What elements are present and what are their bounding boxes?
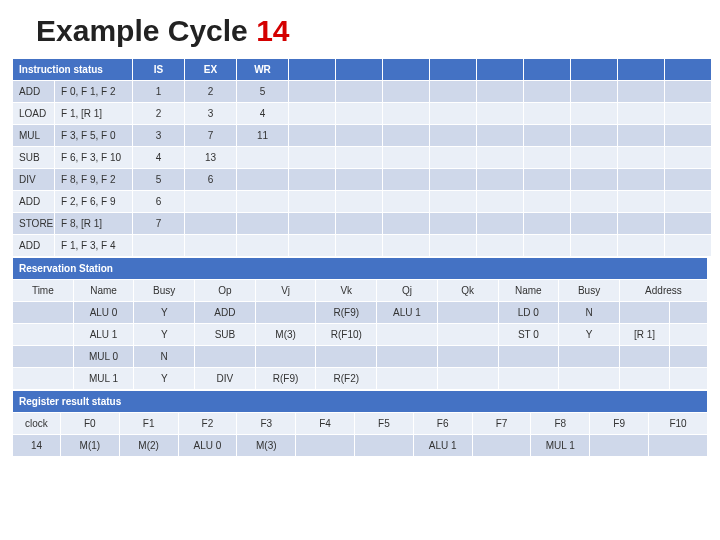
reservation-station-table: Reservation Station Time Name Busy Op Vj…	[12, 257, 708, 390]
table-header-row: Instruction status IS EX WR	[13, 59, 712, 81]
table-row: ADD F 1, F 3, F 4	[13, 235, 712, 257]
table-row: 14 M(1) M(2) ALU 0 M(3) ALU 1 MUL 1	[13, 435, 708, 457]
table-row: MUL F 3, F 5, F 0 3 7 11	[13, 125, 712, 147]
col-header: WR	[237, 59, 289, 81]
table-row: LOAD F 1, [R 1] 2 3 4	[13, 103, 712, 125]
title-number: 14	[256, 14, 289, 47]
table-row: ADD F 0, F 1, F 2 1 2 5	[13, 81, 712, 103]
table-row: ALU 0YADDR(F9)ALU 1LD 0N	[13, 302, 708, 324]
table-row: ALU 1YSUBM(3)R(F10)ST 0Y[R 1]	[13, 324, 708, 346]
col-header: IS	[133, 59, 185, 81]
table-row: MUL 1YDIVR(F9)R(F2)	[13, 368, 708, 390]
page-title: Example Cycle 14	[0, 0, 720, 58]
table-row: MUL 0N	[13, 346, 708, 368]
section-header-row: Reservation Station	[13, 258, 708, 280]
section-header-row: Register result status	[13, 391, 708, 413]
table-row: ADD F 2, F 6, F 9 6	[13, 191, 712, 213]
table-row: DIV F 8, F 9, F 2 5 6	[13, 169, 712, 191]
table-header-row: Time Name Busy Op Vj Vk Qj Qk Name Busy …	[13, 280, 708, 302]
col-header: EX	[185, 59, 237, 81]
section-title: Register result status	[13, 391, 708, 413]
register-status-table: Register result status clock F0 F1 F2 F3…	[12, 390, 708, 457]
col-header: Instruction status	[13, 59, 133, 81]
table-row: STORE F 8, [R 1] 7	[13, 213, 712, 235]
table-row: SUB F 6, F 3, F 10 4 13	[13, 147, 712, 169]
title-text: Example Cycle	[36, 14, 256, 47]
table-header-row: clock F0 F1 F2 F3 F4 F5 F6 F7 F8 F9 F10	[13, 413, 708, 435]
instruction-status-table: Instruction status IS EX WR ADD F 0, F 1…	[12, 58, 712, 257]
section-title: Reservation Station	[13, 258, 708, 280]
